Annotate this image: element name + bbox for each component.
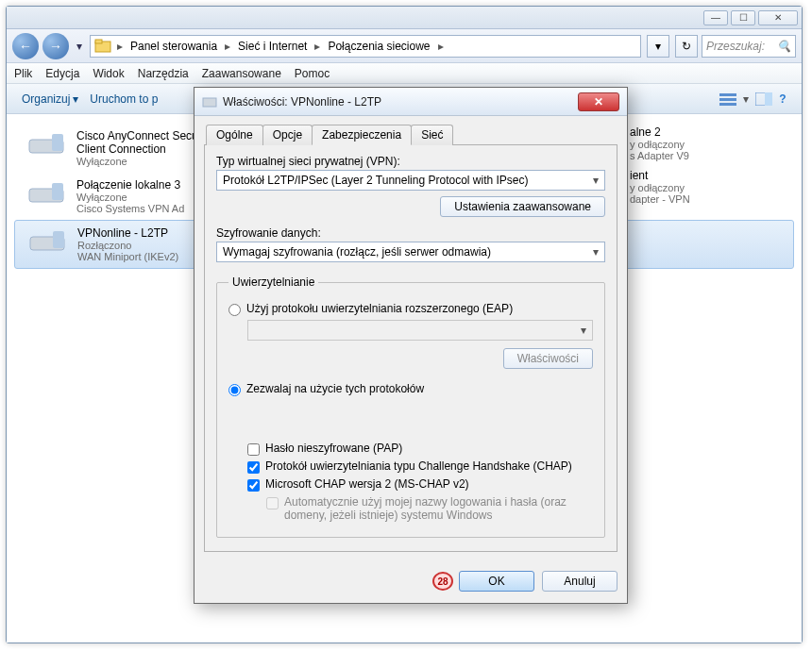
minimize-button[interactable]: — — [703, 10, 728, 25]
menu-file[interactable]: Plik — [14, 67, 32, 80]
vpn-type-select[interactable]: Protokół L2TP/IPSec (Layer 2 Tunneling P… — [216, 170, 605, 191]
svg-rect-3 — [719, 98, 736, 101]
svg-rect-1 — [95, 40, 102, 43]
menubar: Plik Edycja Widok Narzędzia Zaawansowane… — [7, 63, 802, 84]
refresh-button[interactable]: ↻ — [675, 35, 698, 58]
breadcrumb-separator: ▸ — [434, 40, 448, 53]
eap-radio-label: Użyj protokołu uwierzytelniania rozszerz… — [246, 302, 513, 315]
dialog-icon — [202, 94, 217, 109]
start-connection-button[interactable]: Uruchom to p — [84, 90, 163, 108]
dialog-title: Właściwości: VPNonline - L2TP — [223, 95, 572, 108]
address-bar[interactable]: ▸ Panel sterowania ▸ Sieć i Internet ▸ P… — [90, 35, 641, 58]
view-dropdown[interactable]: ▾ — [737, 92, 754, 106]
svg-rect-6 — [765, 92, 772, 106]
chap-label: Protokół uwierzytelniania typu Challenge… — [265, 459, 572, 473]
connection-title: ient — [630, 169, 690, 182]
connection-driver: dapter - VPN — [630, 193, 690, 205]
advanced-settings-button[interactable]: Ustawienia zaawansowane — [440, 196, 605, 217]
eap-properties-button: Właściwości — [503, 348, 593, 369]
connection-status: y odłączony — [630, 182, 690, 193]
authentication-fieldset: Uwierzytelnianie Użyj protokołu uwierzyt… — [216, 275, 605, 538]
search-input[interactable]: Przeszukaj: 🔍 — [702, 35, 796, 58]
vpn-type-label: Typ wirtualnej sieci prywatnej (VPN): — [216, 155, 605, 168]
back-button[interactable]: ← — [12, 33, 39, 59]
connection-driver: WAN Miniport (IKEv2) — [77, 251, 178, 262]
eap-method-select — [247, 320, 593, 341]
auto-credentials-checkbox — [266, 497, 279, 509]
properties-dialog: Właściwości: VPNonline - L2TP ✕ Ogólne O… — [194, 87, 628, 604]
organize-button[interactable]: Organizuj ▾ — [16, 90, 84, 108]
help-icon[interactable]: ? — [773, 90, 792, 108]
connection-item[interactable]: ient y odłączony dapter - VPN — [630, 163, 790, 210]
breadcrumb-separator: ▸ — [113, 40, 127, 53]
folder-icon — [94, 38, 111, 55]
eap-radio-row[interactable]: Użyj protokołu uwierzytelniania rozszerz… — [228, 302, 593, 316]
connection-item[interactable]: alne 2 y odłączony s Adapter V9 — [630, 124, 790, 163]
ok-button[interactable]: OK — [459, 571, 534, 592]
cancel-button[interactable]: Anuluj — [542, 571, 617, 592]
allow-protocols-radio[interactable] — [228, 384, 241, 396]
breadcrumb-separator: ▸ — [221, 40, 234, 53]
pap-checkbox-row[interactable]: Hasło nieszyfrowane (PAP) — [247, 442, 593, 456]
svg-rect-13 — [203, 98, 216, 107]
breadcrumb[interactable]: Połączenia sieciowe — [326, 40, 431, 53]
authentication-legend: Uwierzytelnianie — [228, 275, 318, 289]
connection-status: Rozłączono — [77, 240, 178, 251]
breadcrumb[interactable]: Sieć i Internet — [236, 40, 309, 53]
tab-network[interactable]: Sieć — [411, 125, 453, 145]
connection-driver: s Adapter V9 — [630, 150, 689, 161]
network-adapter-icon — [25, 129, 67, 163]
tab-strip: Ogólne Opcje Zabezpieczenia Sieć — [204, 124, 617, 145]
tab-options[interactable]: Opcje — [262, 125, 313, 145]
svg-rect-8 — [52, 134, 63, 151]
encryption-select[interactable]: Wymagaj szyfrowania (rozłącz, jeśli serw… — [216, 242, 605, 262]
svg-rect-2 — [719, 93, 736, 96]
auto-credentials-row: Automatycznie użyj mojej nazwy logowania… — [266, 495, 593, 522]
navigation-bar: ← → ▾ ▸ Panel sterowania ▸ Sieć i Intern… — [7, 29, 802, 63]
menu-advanced[interactable]: Zaawansowane — [202, 67, 281, 80]
maximize-button[interactable]: ☐ — [731, 10, 755, 25]
connection-driver: Cisco Systems VPN Ad — [76, 203, 184, 214]
dialog-close-button[interactable]: ✕ — [578, 92, 619, 111]
tab-security[interactable]: Zabezpieczenia — [312, 125, 412, 145]
preview-pane-icon[interactable] — [754, 90, 773, 108]
svg-rect-4 — [719, 103, 736, 106]
allow-protocols-radio-row[interactable]: Zezwalaj na użycie tych protokołów — [228, 382, 593, 396]
menu-edit[interactable]: Edycja — [45, 67, 79, 80]
mschap-checkbox[interactable] — [247, 479, 260, 492]
menu-view[interactable]: Widok — [93, 67, 124, 80]
search-icon: 🔍 — [777, 40, 791, 53]
auto-credentials-label: Automatycznie użyj mojej nazwy logowania… — [284, 495, 593, 522]
history-dropdown[interactable]: ▾ — [73, 37, 86, 56]
menu-tools[interactable]: Narzędzia — [138, 67, 189, 80]
connection-title: VPNonline - L2TP — [77, 226, 178, 240]
pap-label: Hasło nieszyfrowane (PAP) — [265, 442, 402, 455]
menu-help[interactable]: Pomoc — [295, 67, 330, 80]
dialog-titlebar: Właściwości: VPNonline - L2TP ✕ — [195, 88, 627, 116]
svg-rect-12 — [53, 231, 64, 248]
address-dropdown[interactable]: ▾ — [647, 35, 669, 58]
encryption-label: Szyfrowanie danych: — [216, 226, 605, 240]
connection-status: Wyłączone — [76, 192, 184, 203]
tab-panel-security: Typ wirtualnej sieci prywatnej (VPN): Pr… — [204, 145, 617, 552]
dialog-body: Ogólne Opcje Zabezpieczenia Sieć Typ wir… — [195, 116, 627, 563]
annotation-badge: 28 — [432, 572, 453, 591]
tab-general[interactable]: Ogólne — [206, 125, 263, 145]
connection-status: y odłączony — [630, 139, 689, 150]
mschap-checkbox-row[interactable]: Microsoft CHAP wersja 2 (MS-CHAP v2) — [247, 477, 593, 492]
mschap-label: Microsoft CHAP wersja 2 (MS-CHAP v2) — [265, 477, 469, 491]
chap-checkbox-row[interactable]: Protokół uwierzytelniania typu Challenge… — [247, 459, 593, 474]
breadcrumb[interactable]: Panel sterowania — [128, 40, 219, 53]
forward-button[interactable]: → — [42, 33, 69, 59]
search-placeholder: Przeszukaj: — [706, 40, 765, 53]
close-button[interactable]: ✕ — [758, 10, 798, 25]
breadcrumb-separator: ▸ — [311, 40, 324, 53]
view-icon[interactable] — [719, 90, 737, 108]
eap-radio[interactable] — [228, 304, 241, 316]
svg-rect-10 — [52, 183, 63, 200]
window-titlebar: — ☐ ✕ — [7, 7, 802, 29]
pap-checkbox[interactable] — [247, 443, 260, 456]
network-adapter-icon — [25, 178, 67, 212]
chap-checkbox[interactable] — [247, 461, 260, 474]
connection-title: alne 2 — [630, 125, 689, 139]
